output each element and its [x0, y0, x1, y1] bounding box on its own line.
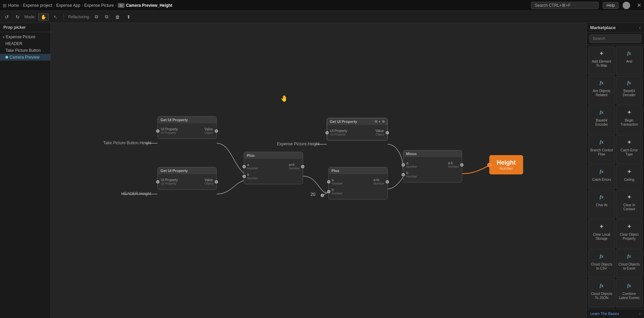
cloud-objects-to-excel-icon: fx	[624, 252, 634, 261]
add-element-to-map-label: Add Element To Map	[590, 60, 614, 68]
toolbar: ↺ ↻ Mode: ✋ ↖ Refactoring: ⧉ ⧉ 🗑 ⬆	[0, 11, 644, 23]
port-value-out-3: Value Object	[373, 129, 387, 136]
node-get-ui-1[interactable]: Get UI Property UI Property UI Property	[157, 116, 217, 139]
char-at-label: Char At	[596, 203, 607, 207]
marketplace-search[interactable]	[589, 35, 641, 43]
canvas-area[interactable]: Take Picture Button.Height HEADER.Height…	[51, 23, 586, 318]
marketplace-item-clear-object-property[interactable]: ✦Clear Object Property	[616, 219, 643, 248]
redo-button[interactable]: ↻	[14, 14, 22, 20]
node-plus-2-header: Plus	[329, 167, 387, 174]
marketplace-item-clear-local-storage[interactable]: ✦Clear Local Storage	[588, 219, 615, 248]
port-20-out	[321, 194, 324, 197]
marketplace-item-combine-latest-events[interactable]: fxCombine Latest Events	[616, 279, 643, 308]
port-sum-out-2: a+b Number	[371, 178, 387, 185]
undo-button[interactable]: ↺	[3, 14, 11, 20]
node-get-ui-2-body: UI Property UI Property Value Object	[158, 174, 216, 189]
marketplace-item-base64-encoder[interactable]: fxBase64 Encoder	[588, 105, 615, 134]
share-button[interactable]: ⬆	[125, 14, 133, 20]
breadcrumb-home[interactable]: Home	[8, 3, 19, 8]
combine-latest-events-label: Combine Latest Events	[618, 292, 641, 300]
ceiling-icon: ✦	[624, 167, 634, 176]
value-20: 20	[310, 192, 315, 197]
node-copy-icon[interactable]: ⧉	[375, 120, 377, 124]
marketplace-item-add-element-to-map[interactable]: ✦Add Element To Map	[588, 46, 615, 75]
marketplace-item-and[interactable]: fxAnd	[616, 46, 643, 75]
node-plus-1-body: a Number b Number	[244, 159, 303, 184]
node-get-ui-2[interactable]: Get UI Property UI Property UI Property	[157, 167, 217, 190]
clear-object-property-icon: ✦	[624, 222, 634, 231]
clear-local-storage-icon: ✦	[597, 222, 606, 231]
node-get-ui-3[interactable]: Get UI Property ⧉ ● ⊕ UI Property UI Pro…	[327, 118, 388, 141]
port-value-out: Value Object	[202, 127, 216, 134]
are-objects-related-icon: fx	[597, 78, 606, 88]
char-at-icon: fx	[597, 192, 606, 202]
sidebar-item-take-picture-button[interactable]: Take Picture Button	[0, 47, 50, 54]
base64-encoder-label: Base64 Encoder	[590, 119, 614, 127]
refactoring-label: Refactoring:	[68, 15, 90, 19]
top-bar: ⊞ Home › Expense project › Expense App ›…	[0, 0, 644, 11]
marketplace-item-ceiling[interactable]: ✦Ceiling	[616, 165, 643, 189]
node-expand-icon[interactable]: ⊕	[382, 120, 385, 124]
grid-icon: ⊞	[3, 3, 7, 8]
footer-chevron: ›	[639, 311, 641, 316]
left-sidebar: Prop picker ▾ Expense Picture HEADER Tak…	[0, 23, 51, 318]
marketplace-item-catch-errors[interactable]: fxCatch Errors	[588, 165, 615, 189]
marketplace-item-branch-control-flow[interactable]: fxBranch Control Flow	[588, 135, 615, 164]
node-plus-2[interactable]: Plus a Number b Number	[328, 167, 388, 199]
marketplace-item-char-at[interactable]: fxChar At	[588, 190, 615, 219]
cloud-objects-to-excel-label: Cloud Objects to Excel	[618, 262, 641, 271]
node-get-ui-1-header: Get UI Property	[158, 116, 216, 123]
marketplace-item-clear-in-context[interactable]: ✦Clear In Context	[616, 190, 643, 219]
marketplace-header: Marketplace ‹	[587, 23, 644, 33]
height-sub: Number	[496, 166, 516, 170]
arrow-mode-button[interactable]: ↖	[51, 14, 60, 20]
marketplace-item-cloud-objects-to-excel[interactable]: fxCloud Objects to Excel	[616, 249, 643, 278]
paste-button[interactable]: ⧉	[103, 13, 110, 20]
global-search[interactable]: Search CTRL+⌘+F	[531, 2, 599, 9]
marketplace-footer: Learn The Basics ›	[587, 309, 644, 318]
node-minus-header: Minus	[403, 150, 462, 157]
marketplace-grid: ✦Add Element To MapfxAndfxAre Objects Re…	[587, 45, 644, 309]
node-height[interactable]: Height Number	[489, 155, 523, 174]
node-info-icon[interactable]: ●	[379, 120, 381, 124]
node-plus-2-body: a Number b Number	[329, 174, 387, 199]
node-minus[interactable]: Minus a Number b Number	[403, 150, 462, 183]
help-button[interactable]: Help	[603, 2, 619, 9]
marketplace-item-cloud-objects-to-csv[interactable]: fxCloud Objects to CSV	[588, 249, 615, 278]
avatar	[623, 2, 630, 9]
top-bar-right: Search CTRL+⌘+F Help ✕	[531, 2, 641, 9]
sidebar-item-camera-preview[interactable]: Camera Preview	[0, 54, 50, 61]
breadcrumb-project[interactable]: Expense project	[23, 3, 52, 8]
close-button[interactable]: ✕	[637, 2, 641, 8]
sidebar-tree: ▾ Expense Picture HEADER Take Picture Bu…	[0, 32, 50, 318]
clear-object-property-label: Clear Object Property	[618, 233, 641, 241]
catch-errors-icon: fx	[597, 167, 606, 176]
node-plus-1[interactable]: Plus a Number b Number	[244, 152, 303, 184]
breadcrumb-screen[interactable]: Expense Picture	[84, 3, 114, 8]
delete-button[interactable]: 🗑	[113, 14, 122, 20]
marketplace-item-begin-transaction[interactable]: ✦Begin Transaction	[616, 105, 643, 134]
learn-basics-link[interactable]: Learn The Basics	[590, 312, 619, 316]
clear-in-context-label: Clear In Context	[618, 203, 641, 211]
branch-control-flow-label: Branch Control Flow	[590, 148, 614, 156]
cloud-objects-to-json-label: Cloud Objects To JSON	[590, 292, 614, 300]
ceiling-label: Ceiling	[624, 178, 635, 182]
marketplace-item-are-objects-related[interactable]: fxAre Objects Related	[588, 76, 615, 105]
hand-mode-button[interactable]: ✋	[38, 13, 49, 21]
copy-button[interactable]: ⧉	[93, 13, 100, 20]
marketplace-item-catch-error-type[interactable]: ✦Catch Error Type	[616, 135, 643, 164]
catch-error-type-label: Catch Error Type	[618, 148, 641, 156]
node-get-ui-1-body: UI Property UI Property Value Object	[158, 123, 216, 139]
port-ui-prop-in-3: UI Property UI Property	[327, 129, 350, 136]
begin-transaction-label: Begin Transaction	[618, 119, 641, 127]
sidebar-item-header[interactable]: HEADER	[0, 40, 50, 47]
begin-transaction-icon: ✦	[624, 108, 634, 117]
marketplace-item-cloud-objects-to-json[interactable]: fxCloud Objects To JSON	[588, 279, 615, 308]
sidebar-item-expense-picture[interactable]: ▾ Expense Picture	[0, 34, 50, 40]
marketplace-item-base64-decoder[interactable]: fxBase64 Decoder	[616, 76, 643, 105]
node-get-ui-3-header: Get UI Property ⧉ ● ⊕	[327, 118, 387, 125]
toolbar-separator	[64, 14, 64, 20]
collapse-button[interactable]: ‹	[639, 25, 641, 30]
breadcrumb-app[interactable]: Expense App	[56, 3, 80, 8]
main-area: Prop picker ▾ Expense Picture HEADER Tak…	[0, 23, 644, 318]
